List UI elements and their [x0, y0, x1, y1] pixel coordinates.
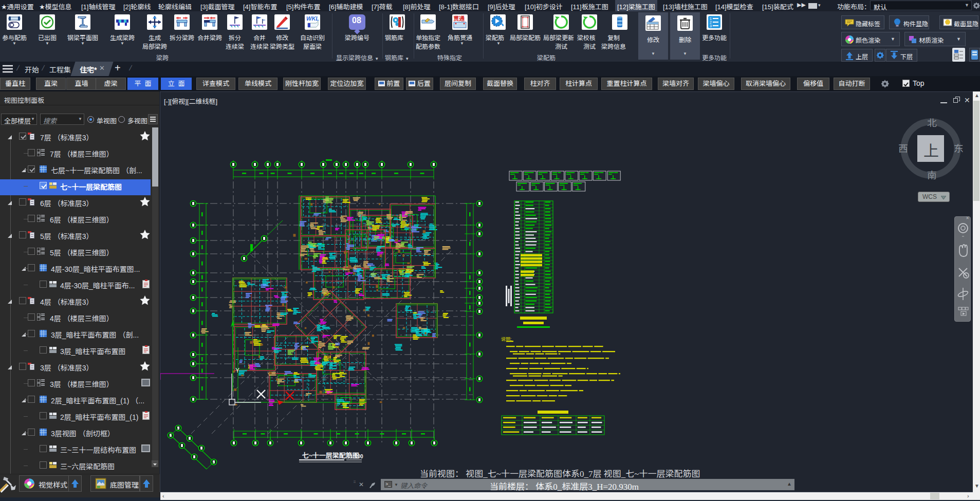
svg-text:2: 2 — [710, 21, 712, 24]
svg-text:WKL: WKL — [306, 15, 319, 22]
svg-text:1:100: 1:100 — [350, 454, 363, 459]
svg-text:贯通: 贯通 — [453, 15, 465, 22]
svg-text:Y: Y — [235, 367, 239, 374]
svg-text:3: 3 — [710, 24, 712, 28]
svg-text:1: 1 — [710, 17, 712, 21]
